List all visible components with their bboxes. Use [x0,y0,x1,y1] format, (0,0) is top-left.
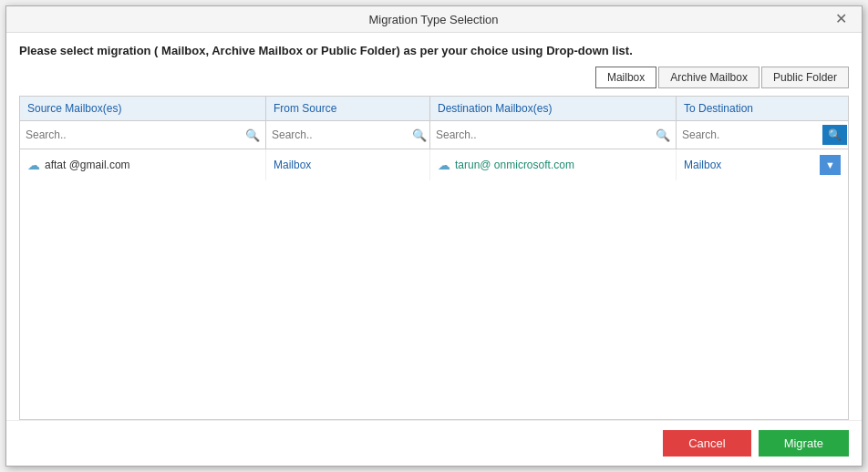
to-dest-search-input[interactable] [682,128,819,141]
to-dest-search-cell: 🔍 [677,121,849,149]
dest-dropdown-button[interactable]: ▼ [820,155,841,175]
source-email: aftat @gmail.com [45,159,130,171]
from-source-link[interactable]: Mailbox [274,159,311,171]
dest-cloud-icon: ☁ [438,158,450,172]
source-search-icon: 🔍 [245,128,260,142]
dialog-footer: Cancel Migrate [6,420,862,466]
cancel-button[interactable]: Cancel [663,430,750,457]
search-row: 🔍 🔍 🔍 🔍 [20,121,848,149]
instruction-text: Please select migration ( Mailbox, Archi… [19,44,849,57]
dialog-title: Migration Type Selection [36,13,832,26]
from-source-search-icon: 🔍 [412,128,427,142]
type-buttons: Mailbox Archive Mailbox Public Folder [19,67,849,88]
dest-email-cell: ☁ tarun@ onmicrosoft.com [430,149,677,180]
archive-mailbox-type-button[interactable]: Archive Mailbox [658,67,760,88]
from-source-cell: Mailbox [266,149,430,180]
col-to-destination: To Destination [677,97,848,120]
col-from-source: From Source [266,97,430,120]
migration-dialog: Migration Type Selection ✕ Please select… [5,5,863,467]
public-folder-type-button[interactable]: Public Folder [761,67,849,88]
col-dest-mailbox: Destination Mailbox(es) [430,97,677,120]
migration-table: Source Mailbox(es) From Source Destinati… [19,96,849,420]
close-button[interactable]: ✕ [832,12,851,26]
table-row: ☁ aftat @gmail.com Mailbox ☁ tarun@ onmi… [20,149,848,180]
dest-email: tarun@ onmicrosoft.com [455,159,574,171]
dest-search-icon: 🔍 [656,128,670,142]
dest-search-input[interactable] [436,128,652,141]
table-body: ☁ aftat @gmail.com Mailbox ☁ tarun@ onmi… [20,149,848,419]
source-search-input[interactable] [26,128,242,141]
col-source-mailbox: Source Mailbox(es) [20,97,266,120]
migrate-button[interactable]: Migrate [759,430,849,457]
source-search-cell: 🔍 [20,121,266,149]
to-dest-link[interactable]: Mailbox [684,159,721,171]
from-source-search-input[interactable] [272,128,408,141]
to-dest-search-button[interactable]: 🔍 [822,125,847,145]
title-bar: Migration Type Selection ✕ [6,6,862,33]
dest-search-cell: 🔍 [430,121,677,149]
source-cloud-icon: ☁ [27,158,40,172]
source-email-cell: ☁ aftat @gmail.com [20,149,266,180]
from-source-search-cell: 🔍 [266,121,430,149]
mailbox-type-button[interactable]: Mailbox [595,67,656,88]
table-header: Source Mailbox(es) From Source Destinati… [20,97,848,121]
dialog-body: Please select migration ( Mailbox, Archi… [6,33,862,420]
to-dest-cell: Mailbox ▼ [677,149,848,180]
